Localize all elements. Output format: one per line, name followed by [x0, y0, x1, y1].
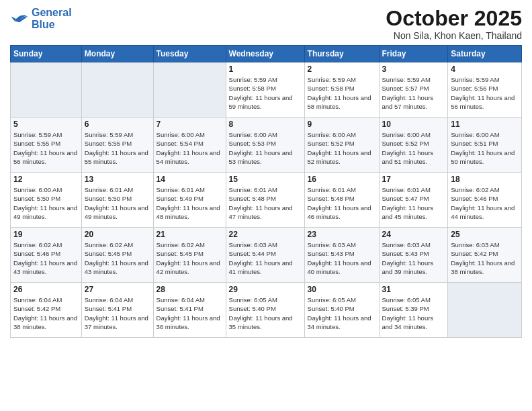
day-info: Sunrise: 6:02 AMSunset: 5:45 PMDaylight:…: [85, 240, 150, 276]
calendar-cell: 17Sunrise: 6:01 AMSunset: 5:47 PMDayligh…: [379, 173, 448, 228]
logo-icon: [10, 9, 29, 28]
calendar-cell: 15Sunrise: 6:01 AMSunset: 5:48 PMDayligh…: [226, 173, 304, 228]
weekday-header-saturday: Saturday: [448, 46, 522, 62]
day-number: 24: [382, 230, 445, 239]
day-info: Sunrise: 6:03 AMSunset: 5:44 PMDaylight:…: [229, 240, 302, 276]
logo-line2: Blue: [32, 19, 72, 31]
day-info: Sunrise: 6:03 AMSunset: 5:42 PMDaylight:…: [451, 240, 519, 276]
calendar-cell: 3Sunrise: 5:59 AMSunset: 5:57 PMDaylight…: [379, 62, 448, 118]
day-number: 4: [451, 64, 519, 74]
calendar-cell: 12Sunrise: 6:00 AMSunset: 5:50 PMDayligh…: [11, 173, 82, 228]
day-number: 28: [157, 285, 223, 294]
day-number: 21: [157, 230, 223, 239]
weekday-header-thursday: Thursday: [304, 46, 379, 62]
calendar-cell: 25Sunrise: 6:03 AMSunset: 5:42 PMDayligh…: [448, 228, 522, 283]
day-info: Sunrise: 6:05 AMSunset: 5:40 PMDaylight:…: [229, 295, 302, 331]
calendar-cell: 27Sunrise: 6:04 AMSunset: 5:41 PMDayligh…: [81, 283, 153, 338]
calendar-cell: 29Sunrise: 6:05 AMSunset: 5:40 PMDayligh…: [226, 283, 304, 338]
day-number: 3: [382, 64, 445, 74]
calendar-cell: 13Sunrise: 6:01 AMSunset: 5:50 PMDayligh…: [81, 173, 153, 228]
day-number: 20: [85, 230, 150, 239]
calendar-cell: 24Sunrise: 6:03 AMSunset: 5:43 PMDayligh…: [379, 228, 448, 283]
day-number: 22: [229, 230, 302, 239]
logo: General Blue: [10, 7, 72, 30]
day-number: 13: [85, 175, 150, 184]
calendar-cell: 2Sunrise: 5:59 AMSunset: 5:58 PMDaylight…: [304, 62, 379, 118]
calendar-cell: 30Sunrise: 6:05 AMSunset: 5:40 PMDayligh…: [304, 283, 379, 338]
location-subtitle: Non Sila, Khon Kaen, Thailand: [386, 30, 522, 41]
day-info: Sunrise: 6:00 AMSunset: 5:54 PMDaylight:…: [157, 130, 223, 166]
day-info: Sunrise: 6:04 AMSunset: 5:42 PMDaylight:…: [13, 295, 79, 331]
weekday-header-monday: Monday: [81, 46, 153, 62]
day-number: 27: [85, 285, 150, 294]
calendar-cell: [448, 283, 522, 338]
calendar-cell: 26Sunrise: 6:04 AMSunset: 5:42 PMDayligh…: [11, 283, 82, 338]
day-info: Sunrise: 6:00 AMSunset: 5:52 PMDaylight:…: [308, 130, 376, 166]
day-number: 16: [308, 175, 376, 184]
day-info: Sunrise: 5:59 AMSunset: 5:58 PMDaylight:…: [308, 75, 376, 111]
day-info: Sunrise: 6:02 AMSunset: 5:46 PMDaylight:…: [451, 185, 519, 221]
day-info: Sunrise: 5:59 AMSunset: 5:55 PMDaylight:…: [85, 130, 150, 166]
day-info: Sunrise: 6:01 AMSunset: 5:49 PMDaylight:…: [157, 185, 223, 221]
day-number: 15: [229, 175, 302, 184]
day-number: 25: [451, 230, 519, 239]
day-info: Sunrise: 6:00 AMSunset: 5:51 PMDaylight:…: [451, 130, 519, 166]
calendar-cell: 23Sunrise: 6:03 AMSunset: 5:43 PMDayligh…: [304, 228, 379, 283]
day-number: 14: [157, 175, 223, 184]
calendar-cell: 9Sunrise: 6:00 AMSunset: 5:52 PMDaylight…: [304, 118, 379, 173]
day-info: Sunrise: 6:05 AMSunset: 5:40 PMDaylight:…: [308, 295, 376, 331]
day-number: 23: [308, 230, 376, 239]
day-info: Sunrise: 6:04 AMSunset: 5:41 PMDaylight:…: [85, 295, 150, 331]
day-number: 17: [382, 175, 445, 184]
calendar-cell: [81, 62, 153, 118]
day-number: 8: [229, 120, 302, 129]
calendar-cell: 10Sunrise: 6:00 AMSunset: 5:52 PMDayligh…: [379, 118, 448, 173]
calendar-cell: 6Sunrise: 5:59 AMSunset: 5:55 PMDaylight…: [81, 118, 153, 173]
day-info: Sunrise: 6:05 AMSunset: 5:39 PMDaylight:…: [382, 295, 445, 331]
day-info: Sunrise: 5:59 AMSunset: 5:55 PMDaylight:…: [13, 130, 79, 166]
day-number: 6: [85, 120, 150, 129]
calendar-cell: 22Sunrise: 6:03 AMSunset: 5:44 PMDayligh…: [226, 228, 304, 283]
day-info: Sunrise: 5:59 AMSunset: 5:58 PMDaylight:…: [229, 75, 302, 111]
weekday-header-tuesday: Tuesday: [153, 46, 226, 62]
day-info: Sunrise: 6:03 AMSunset: 5:43 PMDaylight:…: [308, 240, 376, 276]
calendar-cell: 19Sunrise: 6:02 AMSunset: 5:46 PMDayligh…: [11, 228, 82, 283]
day-number: 19: [13, 230, 79, 239]
day-info: Sunrise: 6:00 AMSunset: 5:52 PMDaylight:…: [382, 130, 445, 166]
day-info: Sunrise: 6:01 AMSunset: 5:48 PMDaylight:…: [308, 185, 376, 221]
day-info: Sunrise: 6:01 AMSunset: 5:47 PMDaylight:…: [382, 185, 445, 221]
day-number: 2: [308, 64, 376, 74]
day-info: Sunrise: 6:03 AMSunset: 5:43 PMDaylight:…: [382, 240, 445, 276]
weekday-header-wednesday: Wednesday: [226, 46, 304, 62]
day-info: Sunrise: 6:02 AMSunset: 5:45 PMDaylight:…: [157, 240, 223, 276]
day-number: 1: [229, 64, 302, 74]
calendar-cell: 21Sunrise: 6:02 AMSunset: 5:45 PMDayligh…: [153, 228, 226, 283]
calendar-cell: 1Sunrise: 5:59 AMSunset: 5:58 PMDaylight…: [226, 62, 304, 118]
day-number: 10: [382, 120, 445, 129]
title-block: October 2025 Non Sila, Khon Kaen, Thaila…: [386, 7, 522, 41]
header: General Blue October 2025 Non Sila, Khon…: [10, 7, 522, 41]
weekday-header-sunday: Sunday: [11, 46, 82, 62]
calendar-cell: 18Sunrise: 6:02 AMSunset: 5:46 PMDayligh…: [448, 173, 522, 228]
logo-line1: General: [32, 7, 72, 18]
calendar-cell: 8Sunrise: 6:00 AMSunset: 5:53 PMDaylight…: [226, 118, 304, 173]
month-title: October 2025: [386, 7, 522, 30]
calendar-cell: 20Sunrise: 6:02 AMSunset: 5:45 PMDayligh…: [81, 228, 153, 283]
day-number: 7: [157, 120, 223, 129]
day-info: Sunrise: 6:04 AMSunset: 5:41 PMDaylight:…: [157, 295, 223, 331]
day-number: 26: [13, 285, 79, 294]
calendar-cell: [11, 62, 82, 118]
page-container: General Blue October 2025 Non Sila, Khon…: [0, 0, 532, 345]
day-number: 30: [308, 285, 376, 294]
calendar-cell: [153, 62, 226, 118]
calendar-cell: 14Sunrise: 6:01 AMSunset: 5:49 PMDayligh…: [153, 173, 226, 228]
logo-text: General Blue: [32, 7, 72, 30]
day-number: 18: [451, 175, 519, 184]
calendar-cell: 4Sunrise: 5:59 AMSunset: 5:56 PMDaylight…: [448, 62, 522, 118]
day-info: Sunrise: 5:59 AMSunset: 5:57 PMDaylight:…: [382, 75, 445, 111]
calendar-table: SundayMondayTuesdayWednesdayThursdayFrid…: [10, 45, 522, 338]
day-number: 12: [13, 175, 79, 184]
calendar-cell: 16Sunrise: 6:01 AMSunset: 5:48 PMDayligh…: [304, 173, 379, 228]
day-number: 29: [229, 285, 302, 294]
day-info: Sunrise: 6:01 AMSunset: 5:50 PMDaylight:…: [85, 185, 150, 221]
